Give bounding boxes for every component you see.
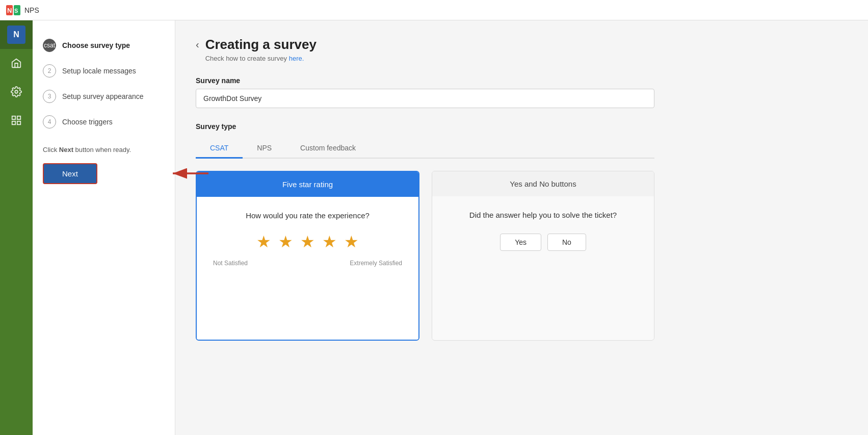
grid-icon	[11, 115, 22, 126]
page-title: Creating a survey	[205, 37, 317, 53]
yes-no-buttons: Yes No	[500, 234, 586, 251]
step-1-label: Choose survey type	[62, 41, 130, 49]
yes-button[interactable]: Yes	[500, 234, 541, 251]
survey-cards: Five star rating How would you rate the …	[196, 171, 654, 341]
topbar-title: NPS	[24, 6, 39, 14]
star-1: ★	[256, 232, 271, 251]
survey-type-section: Survey type CSAT NPS Custom feedback Fiv…	[196, 122, 848, 341]
n-badge: N	[7, 25, 25, 44]
sidebar-item-home[interactable]	[0, 49, 33, 78]
back-button[interactable]: ‹	[196, 39, 199, 50]
star-5: ★	[344, 232, 359, 251]
star-3: ★	[300, 232, 315, 251]
card-five-star[interactable]: Five star rating How would you rate the …	[196, 171, 419, 341]
svg-rect-6	[17, 116, 20, 119]
page-title-block: Creating a survey Check how to create su…	[205, 37, 317, 62]
sidebar-item-n[interactable]: N	[0, 20, 33, 49]
ns-logo-icon: N S	[6, 5, 20, 15]
svg-rect-5	[12, 116, 15, 119]
card-five-star-body: How would you rate the experience? ★ ★ ★…	[197, 197, 418, 340]
sidebar-item-settings[interactable]	[0, 78, 33, 106]
step-4-label: Choose triggers	[62, 118, 113, 126]
icon-sidebar: N	[0, 20, 33, 435]
main-layout: N csat Choose survey type	[0, 20, 868, 435]
star-2: ★	[278, 232, 293, 251]
card-yes-no[interactable]: Yes and No buttons Did the answer help y…	[432, 171, 654, 341]
survey-name-label: Survey name	[196, 76, 848, 85]
svg-text:S: S	[14, 8, 18, 14]
card-yes-no-header: Yes and No buttons	[432, 171, 654, 196]
stars-row: ★ ★ ★ ★ ★	[256, 232, 359, 251]
no-button[interactable]: No	[547, 234, 586, 251]
step-3[interactable]: 3 Setup survey appearance	[43, 84, 165, 109]
svg-text:N: N	[7, 7, 12, 14]
survey-type-tabs: CSAT NPS Custom feedback	[196, 139, 654, 159]
svg-point-4	[15, 90, 18, 93]
step-3-number: 3	[43, 90, 56, 103]
step-3-label: Setup survey appearance	[62, 92, 144, 100]
page-header: ‹ Creating a survey Check how to create …	[196, 37, 848, 62]
form-section: Survey name Survey type CSAT NPS Custom …	[196, 76, 848, 341]
step-2-label: Setup locale messages	[62, 67, 136, 75]
svg-rect-8	[17, 121, 20, 124]
yes-no-question: Did the answer help you to solve the tic…	[469, 211, 617, 219]
star-4: ★	[322, 232, 337, 251]
survey-name-input[interactable]	[196, 89, 654, 108]
rating-label-right: Extremely Satisfied	[350, 260, 402, 267]
step-4-number: 4	[43, 115, 56, 129]
card-yes-no-body: Did the answer help you to solve the tic…	[432, 196, 654, 339]
main-content: ‹ Creating a survey Check how to create …	[175, 20, 868, 435]
rating-label-left: Not Satisfied	[213, 260, 248, 267]
gear-icon	[11, 86, 22, 97]
step-1[interactable]: csat Choose survey type	[43, 33, 165, 58]
topbar: N S NPS	[0, 0, 868, 20]
rating-question: How would you rate the experience?	[246, 211, 370, 220]
click-next-hint: Click Next button when ready.	[43, 145, 165, 155]
survey-type-label: Survey type	[196, 122, 848, 131]
tab-csat[interactable]: CSAT	[196, 139, 243, 159]
card-five-star-header: Five star rating	[197, 172, 418, 197]
page-subtitle: Check how to create survey here.	[205, 55, 317, 62]
svg-rect-7	[12, 121, 15, 124]
next-button-wrapper: Next	[43, 163, 165, 184]
home-icon	[11, 58, 22, 69]
step-4[interactable]: 4 Choose triggers	[43, 109, 165, 135]
tab-custom-feedback[interactable]: Custom feedback	[286, 139, 370, 159]
steps-sidebar: csat Choose survey type 2 Setup locale m…	[33, 20, 175, 435]
tab-nps[interactable]: NPS	[243, 139, 286, 159]
next-button[interactable]: Next	[43, 163, 97, 184]
step-2[interactable]: 2 Setup locale messages	[43, 58, 165, 84]
here-link[interactable]: here.	[289, 55, 304, 62]
sidebar-item-grid[interactable]	[0, 106, 33, 135]
step-2-number: 2	[43, 64, 56, 78]
rating-labels: Not Satisfied Extremely Satisfied	[209, 260, 406, 267]
step-1-number: csat	[43, 39, 56, 52]
